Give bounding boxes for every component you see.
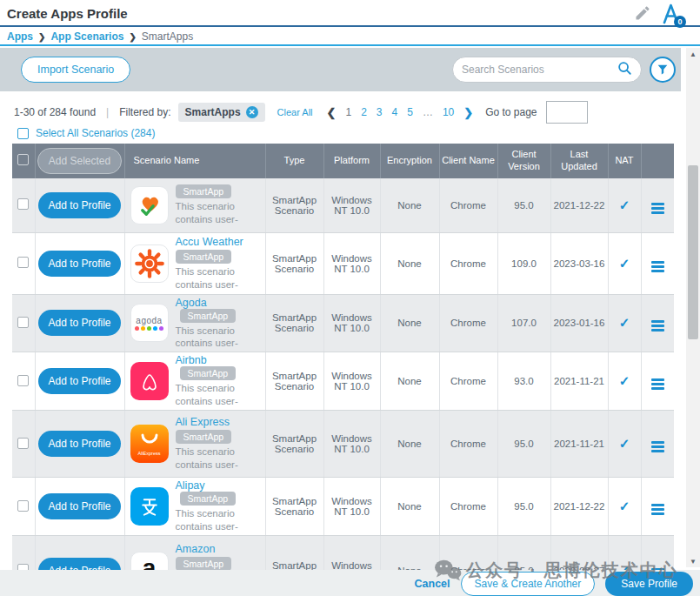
prev-page-icon[interactable]: ❮ xyxy=(327,106,337,119)
row-checkbox[interactable] xyxy=(17,375,29,386)
header-add-selected: Add Selected xyxy=(35,144,124,178)
smartapp-badge: SmartApp xyxy=(176,184,232,198)
row-checkbox[interactable] xyxy=(17,317,29,328)
row-menu-icon[interactable] xyxy=(651,203,664,214)
scenario-name-link[interactable]: Airbnb xyxy=(176,354,207,366)
health-heart-check-icon xyxy=(130,186,169,224)
search-icon[interactable] xyxy=(617,60,632,79)
last-updated-cell: 2023-03-16 xyxy=(550,232,608,294)
row-checkbox[interactable] xyxy=(17,198,29,210)
row-checkbox[interactable] xyxy=(17,438,29,449)
table-row: Add to Profile Airbnb SmartApp This scen… xyxy=(12,352,674,411)
nat-check-icon: ✓ xyxy=(619,499,630,513)
type-cell: SmartApp Scenario xyxy=(265,352,323,411)
platform-cell: Windows NT 10.0 xyxy=(323,178,380,232)
smartapp-badge: SmartApp xyxy=(176,430,232,444)
scenario-name-link[interactable]: Accu Weather xyxy=(176,236,243,248)
toolbar: Import Scenario xyxy=(0,48,681,91)
client-version-cell: 93.0 xyxy=(497,352,550,411)
header-checkbox[interactable] xyxy=(17,154,29,165)
header-platform: Platform xyxy=(323,144,380,178)
header-client-name: Client Name xyxy=(439,144,497,178)
nat-check-icon: ✓ xyxy=(619,256,630,271)
client-name-cell: Chrome xyxy=(439,232,497,294)
add-to-profile-button[interactable]: Add to Profile xyxy=(38,431,120,457)
row-menu-icon[interactable] xyxy=(651,378,664,390)
select-all-label: Select All Scenarios (284) xyxy=(36,127,155,139)
edit-pencil-icon[interactable] xyxy=(634,4,651,25)
filter-button[interactable] xyxy=(650,57,676,83)
title-bar: Create Apps Profile 0 xyxy=(0,0,700,27)
row-menu-icon[interactable] xyxy=(651,441,664,452)
chevron-right-icon: ❯ xyxy=(38,32,45,42)
scrollbar-thumb[interactable] xyxy=(688,165,698,339)
row-checkbox[interactable] xyxy=(17,257,29,268)
add-to-profile-button[interactable]: Add to Profile xyxy=(38,251,120,277)
row-checkbox[interactable] xyxy=(17,500,29,512)
breadcrumb-app-scenarios[interactable]: App Scenarios xyxy=(50,30,123,43)
platform-cell: Windows NT 10.0 xyxy=(323,478,380,536)
pagination: ❮ 1 2 3 4 5 … 10 ❯ xyxy=(327,106,474,119)
last-updated-cell: 2021-12-22 xyxy=(550,178,608,232)
search-box xyxy=(452,57,642,83)
clear-all-link[interactable]: Clear All xyxy=(277,107,313,117)
row-menu-icon[interactable] xyxy=(651,320,664,331)
smartapp-badge: SmartApp xyxy=(176,250,232,264)
page-2[interactable]: 2 xyxy=(361,106,367,118)
chip-close-icon[interactable]: ✕ xyxy=(246,106,258,118)
add-to-profile-button[interactable]: Add to Profile xyxy=(38,310,120,336)
scenario-description: This scenario contains user- xyxy=(176,200,263,226)
breadcrumb-apps[interactable]: Apps xyxy=(7,30,33,43)
client-name-cell: Chrome xyxy=(439,352,497,411)
scroll-down-icon[interactable]: ▼ xyxy=(686,555,700,567)
apps-counter-icon[interactable]: 0 xyxy=(660,3,684,27)
scenario-name-link[interactable]: Amazon xyxy=(176,543,216,555)
save-and-create-another-button[interactable]: Save & Create Another xyxy=(461,572,596,596)
encryption-cell: None xyxy=(380,411,439,478)
last-updated-cell: 2021-11-21 xyxy=(550,411,608,478)
scenario-description: This scenario contains user- xyxy=(176,382,263,408)
next-page-icon[interactable]: ❯ xyxy=(463,106,473,119)
scenario-name-link[interactable]: Ali Express xyxy=(176,416,230,428)
select-all-row[interactable]: Select All Scenarios (284) xyxy=(17,127,155,139)
results-count: 1-30 of 284 found xyxy=(14,106,96,118)
agoda-icon: agoda xyxy=(130,304,169,342)
add-selected-button[interactable]: Add Selected xyxy=(37,148,122,174)
client-version-cell: 95.0 xyxy=(497,478,550,536)
page-10[interactable]: 10 xyxy=(443,106,454,118)
add-to-profile-button[interactable]: Add to Profile xyxy=(38,192,120,218)
page-5[interactable]: 5 xyxy=(407,106,413,118)
smartapp-badge: SmartApp xyxy=(180,492,237,506)
header-scenario-name: Scenario Name xyxy=(124,144,265,178)
client-name-cell: Chrome xyxy=(439,294,497,352)
page-ellipsis: … xyxy=(423,106,433,118)
select-all-checkbox[interactable] xyxy=(17,128,29,139)
cancel-button[interactable]: Cancel xyxy=(415,578,450,590)
save-profile-button[interactable]: Save Profile xyxy=(605,572,693,596)
scenario-name-link[interactable]: Alipay xyxy=(176,479,205,492)
row-menu-icon[interactable] xyxy=(651,261,664,272)
nat-check-icon: ✓ xyxy=(619,436,630,451)
platform-cell: Windows NT 10.0 xyxy=(323,352,380,411)
vertical-scrollbar[interactable]: ▲ ▼ xyxy=(686,48,700,567)
scroll-up-icon[interactable]: ▲ xyxy=(686,48,700,60)
header-checkbox-cell xyxy=(12,144,35,178)
search-input[interactable] xyxy=(462,64,617,76)
add-to-profile-button[interactable]: Add to Profile xyxy=(38,368,120,394)
page-3[interactable]: 3 xyxy=(377,106,383,118)
smartapp-badge: SmartApp xyxy=(180,366,237,380)
page-4[interactable]: 4 xyxy=(392,106,398,118)
import-scenario-button[interactable]: Import Scenario xyxy=(21,57,130,83)
page-1[interactable]: 1 xyxy=(345,106,351,118)
goto-page-input[interactable] xyxy=(546,101,588,124)
row-menu-icon[interactable] xyxy=(651,504,664,515)
filter-row: 1-30 of 284 found | Filtered by: SmartAp… xyxy=(14,101,675,124)
add-to-profile-button[interactable]: Add to Profile xyxy=(38,493,120,519)
client-version-cell: 107.0 xyxy=(497,294,550,352)
table-header-row: Add Selected Scenario Name Type Platform… xyxy=(12,144,674,178)
accuweather-sun-icon xyxy=(130,244,169,283)
scenario-name-link[interactable]: Agoda xyxy=(176,297,207,309)
scenario-description: This scenario contains user- xyxy=(176,507,263,533)
type-cell: SmartApp Scenario xyxy=(265,178,323,232)
scenario-description: This scenario contains user- xyxy=(176,265,263,291)
